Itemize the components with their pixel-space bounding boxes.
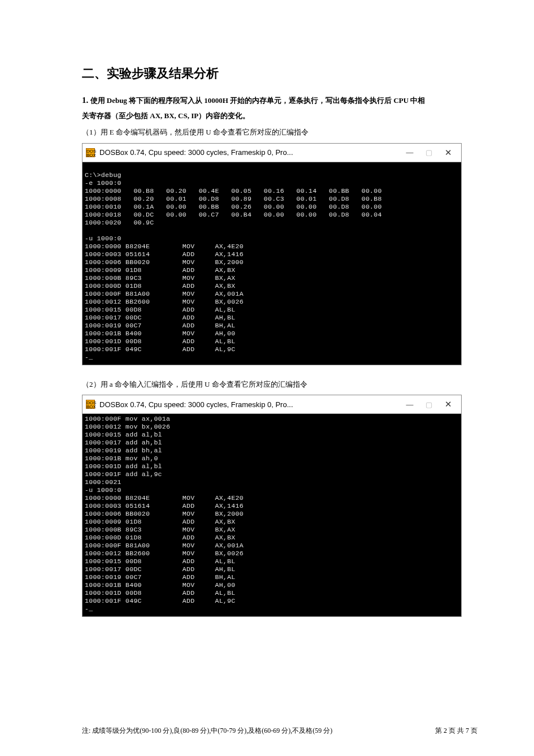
terminal-output: 1000:000F mov ax,001a 1000:0012 mov bx,0… [83, 414, 461, 616]
question-body: 使用 Debug 将下面的程序段写入从 10000H 开始的内存单元，逐条执行，… [90, 96, 426, 105]
question-body-line2: 关寄存器（至少包括 AX, BX, CS, IP）内容的变化。 [82, 110, 469, 122]
window-title: DOSBox 0.74, Cpu speed: 3000 cycles, Fra… [99, 400, 400, 409]
subpoint-2: （2）用 a 命令输入汇编指令，后使用 U 命令查看它所对应的汇编指令 [82, 379, 469, 391]
terminal-output: C:\>debug -e 1000:0 1000:0000 00.B8 00.2… [83, 162, 461, 365]
section-heading: 二、实验步骤及结果分析 [82, 65, 469, 82]
window-title: DOSBox 0.74, Cpu speed: 3000 cycles, Fra… [99, 148, 400, 157]
dosbox-icon: DOSBOX [86, 148, 95, 157]
question-number: 1. [82, 96, 88, 105]
minimize-button[interactable]: — [400, 148, 419, 157]
dosbox-window-2: DOSBOX DOSBox 0.74, Cpu speed: 3000 cycl… [82, 395, 462, 617]
maximize-button[interactable]: ▢ [419, 148, 439, 157]
page-number: 第 2 页 共 7 页 [435, 726, 477, 736]
footer-note: 注: 成绩等级分为优(90-100 分),良(80-89 分),中(70-79 … [82, 726, 332, 736]
titlebar[interactable]: DOSBOX DOSBox 0.74, Cpu speed: 3000 cycl… [83, 144, 461, 162]
subpoint-1: （1）用 E 命令编写机器码，然后使用 U 命令查看它所对应的汇编指令 [82, 127, 469, 139]
page-footer: 注: 成绩等级分为优(90-100 分),良(80-89 分),中(70-79 … [82, 726, 477, 736]
dosbox-window-1: DOSBOX DOSBox 0.74, Cpu speed: 3000 cycl… [82, 143, 462, 365]
close-button[interactable]: ✕ [439, 148, 458, 158]
question-1: 1. 使用 Debug 将下面的程序段写入从 10000H 开始的内存单元，逐条… [82, 93, 469, 107]
maximize-button[interactable]: ▢ [419, 400, 439, 409]
close-button[interactable]: ✕ [439, 399, 458, 409]
titlebar[interactable]: DOSBOX DOSBox 0.74, Cpu speed: 3000 cycl… [83, 395, 461, 414]
minimize-button[interactable]: — [400, 400, 419, 409]
dosbox-icon: DOSBOX [86, 400, 95, 409]
